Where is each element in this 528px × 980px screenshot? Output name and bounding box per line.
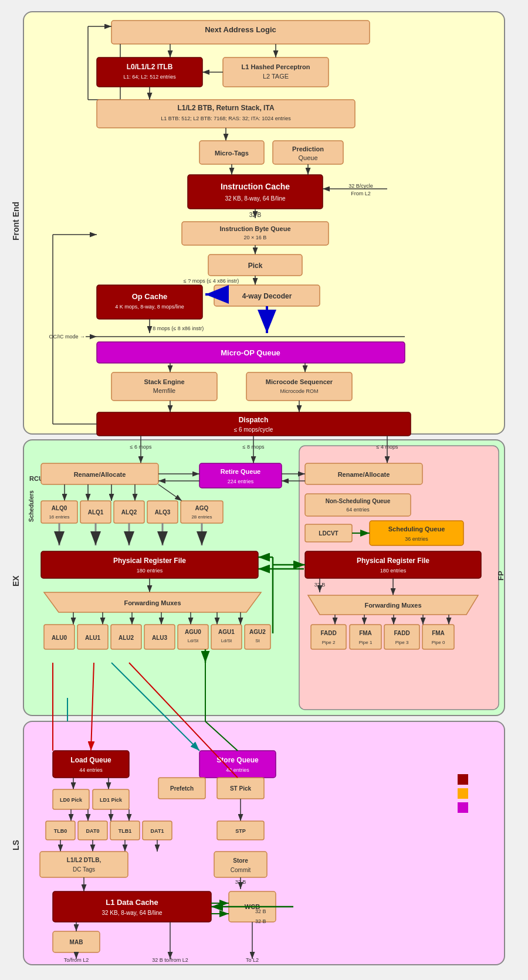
svg-text:Prediction: Prediction xyxy=(292,145,324,152)
svg-text:Prefetch: Prefetch xyxy=(170,785,194,792)
svg-text:FMA: FMA xyxy=(432,630,445,636)
physical-reg-file-fp-box xyxy=(305,551,481,578)
svg-text:44 entries: 44 entries xyxy=(79,767,103,773)
svg-text:St: St xyxy=(255,638,260,643)
svg-text:L2 TAGE: L2 TAGE xyxy=(263,73,289,80)
svg-text:180 entries: 180 entries xyxy=(137,568,163,574)
svg-text:36 entries: 36 entries xyxy=(405,536,428,542)
svg-rect-205 xyxy=(458,788,468,799)
svg-text:LD1 Pick: LD1 Pick xyxy=(100,797,123,803)
svg-text:32 B: 32 B xyxy=(255,918,266,924)
svg-text:Load Queue: Load Queue xyxy=(70,756,111,764)
svg-text:Forwarding Muxes: Forwarding Muxes xyxy=(124,599,181,606)
svg-text:L1/L2 DTLB,: L1/L2 DTLB, xyxy=(67,857,101,863)
svg-text:Rename/Allocate: Rename/Allocate xyxy=(74,471,126,478)
svg-text:Scheduling Queue: Scheduling Queue xyxy=(388,525,445,533)
svg-text:L0/L1/L2 ITLB: L0/L1/L2 ITLB xyxy=(127,63,173,71)
svg-text:64 entries: 64 entries xyxy=(346,507,370,513)
fma-pipe1-box xyxy=(350,625,381,649)
svg-text:224 entries: 224 entries xyxy=(228,479,254,484)
svg-text:Ld/St: Ld/St xyxy=(221,638,232,643)
svg-text:Rename/Allocate: Rename/Allocate xyxy=(338,471,390,478)
svg-text:STP: STP xyxy=(235,828,246,834)
svg-text:Physical Register File: Physical Register File xyxy=(113,557,186,565)
svg-text:ST Pick: ST Pick xyxy=(230,785,252,792)
svg-text:ALU1: ALU1 xyxy=(85,635,101,641)
svg-text:32 B/cycle: 32 B/cycle xyxy=(348,183,373,189)
svg-text:Front End: Front End xyxy=(11,202,21,240)
svg-text:16 entries: 16 entries xyxy=(49,514,69,520)
svg-text:Instruction Cache: Instruction Cache xyxy=(221,182,290,191)
svg-text:Pipe 2: Pipe 2 xyxy=(322,640,336,645)
svg-text:FADD: FADD xyxy=(394,630,409,636)
store-queue-box xyxy=(199,751,276,778)
svg-text:Micro-Tags: Micro-Tags xyxy=(215,150,249,157)
svg-text:DAT0: DAT0 xyxy=(86,828,100,834)
svg-text:Pipe 3: Pipe 3 xyxy=(395,640,409,645)
svg-text:32 KB, 8-way, 64 B/line: 32 KB, 8-way, 64 B/line xyxy=(101,910,163,916)
fadd-pipe2-box xyxy=(311,625,346,649)
svg-text:Non-Scheduling Queue: Non-Scheduling Queue xyxy=(326,498,391,504)
non-scheduling-queue-box xyxy=(305,494,411,516)
svg-text:LS: LS xyxy=(11,840,21,850)
svg-text:≤ 8 mops (≤ 8 x86 instr): ≤ 8 mops (≤ 8 x86 instr) xyxy=(148,325,204,331)
svg-text:ALU2: ALU2 xyxy=(119,635,134,641)
svg-text:180 entries: 180 entries xyxy=(380,568,407,574)
svg-text:Forwarding Muxes: Forwarding Muxes xyxy=(364,602,421,609)
svg-text:32 B: 32 B xyxy=(255,908,266,914)
svg-rect-204 xyxy=(458,774,468,785)
svg-text:EX: EX xyxy=(11,575,21,586)
svg-text:Microcode Sequencer: Microcode Sequencer xyxy=(266,378,333,385)
svg-text:20 × 16 B: 20 × 16 B xyxy=(244,235,267,240)
svg-rect-206 xyxy=(458,802,468,813)
store-commit-box xyxy=(214,852,267,877)
load-queue-box xyxy=(53,751,129,778)
microcode-sequencer-box xyxy=(246,372,352,401)
svg-text:FADD: FADD xyxy=(320,630,336,636)
svg-text:From L2: From L2 xyxy=(351,191,371,196)
svg-text:Pipe 1: Pipe 1 xyxy=(359,640,373,645)
svg-text:Micro-OP Queue: Micro-OP Queue xyxy=(221,348,280,357)
svg-text:L1: 64; L2: 512 entries: L1: 64; L2: 512 entries xyxy=(123,74,176,80)
svg-text:28 entries: 28 entries xyxy=(191,514,212,520)
svg-text:Ld/St: Ld/St xyxy=(188,638,199,643)
svg-text:32 KB, 8-way, 64 B/line: 32 KB, 8-way, 64 B/line xyxy=(225,195,286,202)
fadd-pipe3-box xyxy=(384,625,419,649)
svg-text:FP: FP xyxy=(496,571,505,581)
svg-text:≤ ? mops (≤ 4 x86 instr): ≤ ? mops (≤ 4 x86 instr) xyxy=(184,278,239,284)
svg-text:AGU0: AGU0 xyxy=(185,629,201,635)
svg-text:Retire Queue: Retire Queue xyxy=(221,468,260,475)
svg-text:L1/L2 BTB, Return Stack, ITA: L1/L2 BTB, Return Stack, ITA xyxy=(177,104,274,112)
svg-text:Physical Register File: Physical Register File xyxy=(357,557,429,565)
fma-pipe0-box xyxy=(422,625,454,649)
svg-text:TLB0: TLB0 xyxy=(54,828,67,834)
itlb-box xyxy=(97,57,202,87)
svg-text:LD0 Pick: LD0 Pick xyxy=(60,797,83,803)
stack-engine-box xyxy=(111,372,217,401)
svg-text:Commit: Commit xyxy=(231,867,251,873)
svg-text:FMA: FMA xyxy=(359,630,372,636)
svg-text:Pick: Pick xyxy=(248,262,263,270)
svg-text:DC Tags: DC Tags xyxy=(73,866,95,873)
svg-text:LDCVT: LDCVT xyxy=(319,530,338,537)
svg-text:Microcode ROM: Microcode ROM xyxy=(280,388,318,394)
svg-text:TLB1: TLB1 xyxy=(119,828,132,834)
instruction-cache-box xyxy=(188,175,323,209)
agq-box xyxy=(181,501,223,523)
l1l2-dtlb-box xyxy=(40,852,128,877)
svg-text:Pipe 0: Pipe 0 xyxy=(432,640,445,645)
svg-text:≤ 6 mops/cycle: ≤ 6 mops/cycle xyxy=(234,426,273,433)
svg-text:Memfile: Memfile xyxy=(153,387,176,394)
svg-text:32 B: 32 B xyxy=(249,212,262,218)
svg-text:Schedulers: Schedulers xyxy=(28,490,35,522)
svg-text:Op Cache: Op Cache xyxy=(132,292,168,301)
svg-text:ALQ3: ALQ3 xyxy=(155,509,171,516)
next-address-logic-title: Next Address Logic xyxy=(205,25,276,34)
svg-text:Dispatch: Dispatch xyxy=(239,416,269,424)
svg-text:4-way Decoder: 4-way Decoder xyxy=(242,292,292,300)
svg-text:AGU1: AGU1 xyxy=(218,629,235,635)
svg-text:ALQ0: ALQ0 xyxy=(52,505,67,511)
svg-text:ALQ1: ALQ1 xyxy=(88,509,104,516)
svg-text:L1 Data Cache: L1 Data Cache xyxy=(106,898,158,907)
l1-hashed-perceptron-box xyxy=(223,57,329,87)
